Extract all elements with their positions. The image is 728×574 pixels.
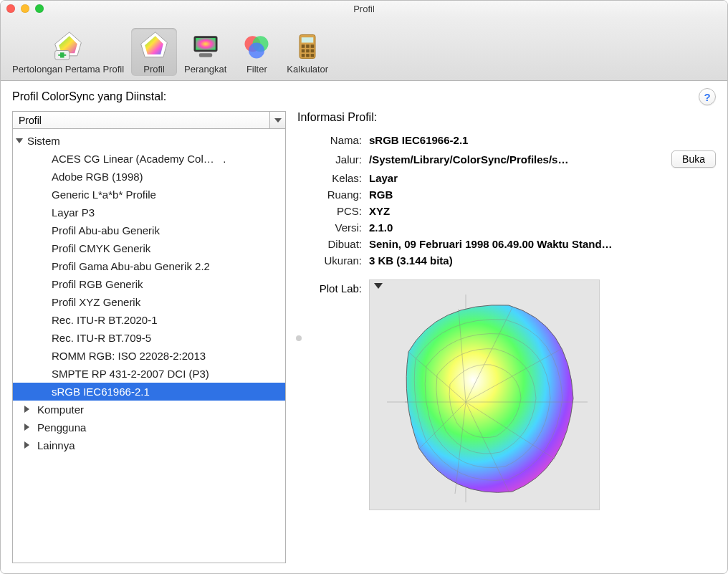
- tree-item[interactable]: Profil RGB Generik: [13, 275, 285, 293]
- info-value-path: /System/Library/ColorSync/Profiles/s…: [369, 153, 664, 166]
- tree-item[interactable]: Profil Gama Abu-abu Generik 2.2: [13, 257, 285, 275]
- tree-item-label: Layar P3: [52, 206, 95, 219]
- toolbar-item-calculator[interactable]: Kalkulator: [279, 28, 335, 76]
- toolbar-item-label: Filter: [246, 64, 267, 75]
- svg-rect-8: [196, 38, 216, 50]
- svg-rect-19: [306, 49, 310, 53]
- calculator-icon: [292, 31, 323, 62]
- tree-item-label: Profil RGB Generik: [52, 278, 143, 290]
- info-key: Ruang:: [297, 188, 362, 201]
- profile-firstaid-icon: [52, 31, 84, 62]
- toolbar-item-label: Kalkulator: [287, 64, 328, 75]
- toolbar-item-label: Pertolongan Pertama Profil: [12, 64, 124, 75]
- tree-item[interactable]: Generic L*a*b* Profile: [13, 186, 285, 204]
- svg-rect-14: [302, 37, 314, 42]
- tree-item[interactable]: ROMM RGB: ISO 22028-2:2013: [13, 347, 285, 365]
- toolbar-item-filters[interactable]: Filter: [234, 28, 279, 76]
- svg-rect-22: [306, 54, 310, 57]
- title-bar: Profil: [1, 1, 727, 16]
- tree-group-komputer[interactable]: Komputer: [13, 401, 285, 418]
- tree-group-lainnya[interactable]: Lainnya: [13, 436, 285, 454]
- toolbar-item-profiles[interactable]: Profil: [131, 28, 177, 76]
- tree-item-selected[interactable]: sRGB IEC61966-2.1: [13, 383, 285, 401]
- tree-item[interactable]: Profil XYZ Generik: [13, 293, 285, 311]
- toolbar-item-devices[interactable]: Perangkat: [177, 28, 234, 76]
- content-area: Profil Sistem ACES CG Linear (Academy Co…: [1, 111, 727, 574]
- close-icon[interactable]: [6, 4, 15, 13]
- svg-rect-4: [58, 54, 66, 56]
- tree-group-label: Lainnya: [37, 439, 75, 451]
- info-value-name: sRGB IEC61966-2.1: [369, 134, 664, 146]
- zoom-icon[interactable]: [35, 4, 44, 13]
- disclosure-triangle-icon: [24, 441, 29, 449]
- profile-info-panel: Informasi Profil: Nama: sRGB IEC61966-2.…: [297, 111, 716, 563]
- filters-icon: [241, 31, 272, 62]
- disclosure-triangle-icon: [24, 406, 29, 413]
- section-header: Profil ColorSync yang Diinstal: ?: [1, 81, 727, 111]
- tree-group-sistem[interactable]: Sistem: [13, 132, 285, 150]
- tree-item-label: Profil CMYK Generik: [52, 242, 150, 254]
- info-value-pcs: XYZ: [369, 205, 664, 217]
- chevron-down-icon: [269, 112, 285, 128]
- svg-rect-9: [199, 53, 212, 57]
- tree-group-label: Komputer: [37, 403, 84, 416]
- splitter-handle-icon[interactable]: [296, 335, 302, 341]
- info-value-class: Layar: [369, 172, 664, 184]
- tree-item[interactable]: Profil CMYK Generik: [13, 239, 285, 257]
- svg-rect-21: [302, 54, 305, 57]
- info-value-version: 2.1.0: [369, 221, 664, 234]
- tree-item-label: Profil Abu-abu Generik: [52, 224, 160, 236]
- info-key: Ukuran:: [297, 254, 362, 267]
- plot-label: Plot Lab:: [297, 279, 362, 510]
- tree-item[interactable]: Rec. ITU-R BT.2020-1: [13, 311, 285, 329]
- profile-info-grid: Nama: sRGB IEC61966-2.1 Jalur: /System/L…: [297, 134, 716, 267]
- info-value-size: 3 KB (3.144 bita): [369, 254, 664, 267]
- info-value-space: RGB: [369, 188, 664, 201]
- tree-item-label: sRGB IEC61966-2.1: [52, 386, 150, 398]
- svg-rect-18: [302, 49, 305, 53]
- toolbar: Pertolongan Pertama Profil Profil: [1, 16, 727, 81]
- plot-options-dropdown-icon[interactable]: [374, 283, 383, 289]
- tree-item-label: Adobe RGB (1998): [52, 171, 143, 183]
- dropdown-label: Profil: [13, 115, 269, 126]
- tree-item-label: Rec. ITU-R BT.2020-1: [52, 314, 158, 326]
- tree-item-label: SMPTE RP 431-2-2007 DCI (P3): [52, 368, 209, 380]
- installed-profiles-heading: Profil ColorSync yang Diinstal:: [12, 90, 166, 103]
- window-controls: [6, 4, 44, 13]
- lab-plot-viewport[interactable]: [369, 279, 600, 510]
- tree-item[interactable]: Adobe RGB (1998): [13, 168, 285, 186]
- info-key: Dibuat:: [297, 238, 362, 250]
- tree-group-label: Pengguna: [37, 421, 86, 434]
- tree-item[interactable]: ACES CG Linear (Academy Col… .: [13, 150, 285, 168]
- toolbar-item-firstaid[interactable]: Pertolongan Pertama Profil: [5, 28, 131, 76]
- tree-item-label: Profil XYZ Generik: [52, 296, 140, 308]
- gamut-plot: [387, 295, 588, 502]
- open-button[interactable]: Buka: [671, 150, 716, 168]
- tree-item[interactable]: Rec. ITU-R BT.709-5: [13, 329, 285, 347]
- info-value-created: Senin, 09 Februari 1998 06.49.00 Waktu S…: [369, 238, 664, 250]
- tree-item[interactable]: SMPTE RP 431-2-2007 DCI (P3): [13, 365, 285, 383]
- svg-rect-23: [311, 54, 315, 57]
- tree-item[interactable]: Profil Abu-abu Generik: [13, 221, 285, 239]
- help-button[interactable]: ?: [699, 88, 716, 105]
- info-key: Kelas:: [297, 172, 362, 184]
- tree-item[interactable]: Layar P3: [13, 204, 285, 221]
- info-key: Jalur:: [297, 153, 362, 166]
- toolbar-item-label: Perangkat: [184, 64, 226, 75]
- profile-tree[interactable]: Sistem ACES CG Linear (Academy Col… . Ad…: [12, 129, 286, 563]
- profile-info-heading: Informasi Profil:: [297, 111, 716, 124]
- svg-point-12: [249, 43, 264, 59]
- window-title: Profil: [1, 4, 727, 14]
- svg-rect-16: [306, 44, 310, 48]
- info-key: Nama:: [297, 134, 362, 146]
- tree-group-pengguna[interactable]: Pengguna: [13, 418, 285, 436]
- minimize-icon[interactable]: [21, 4, 29, 13]
- svg-rect-15: [302, 44, 305, 48]
- profile-list-panel: Profil Sistem ACES CG Linear (Academy Co…: [12, 111, 286, 563]
- tree-item-label: ROMM RGB: ISO 22028-2:2013: [52, 350, 206, 362]
- open-button-label: Buka: [682, 153, 705, 165]
- profile-icon: [138, 31, 170, 62]
- profile-filter-dropdown[interactable]: Profil: [12, 111, 286, 129]
- tree-item-label: Rec. ITU-R BT.709-5: [52, 332, 151, 344]
- disclosure-triangle-icon: [24, 424, 29, 431]
